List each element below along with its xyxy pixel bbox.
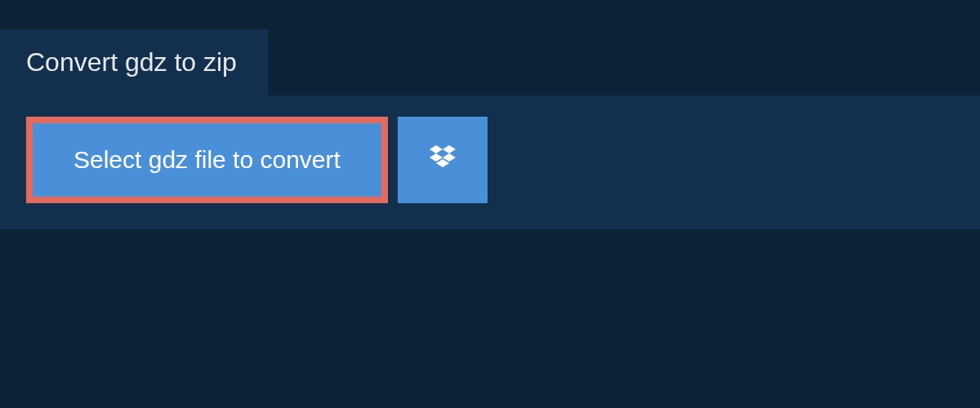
svg-marker-0 <box>430 145 443 153</box>
page-title: Convert gdz to zip <box>26 47 237 78</box>
select-file-button-label: Select gdz file to convert <box>74 146 341 174</box>
dropbox-icon <box>426 142 459 178</box>
svg-marker-1 <box>443 145 456 153</box>
convert-panel: Select gdz file to convert <box>0 95 980 229</box>
select-file-button[interactable]: Select gdz file to convert <box>26 117 388 203</box>
dropbox-button[interactable] <box>398 117 488 203</box>
header-tab: Convert gdz to zip <box>0 29 268 95</box>
svg-marker-2 <box>430 153 443 162</box>
svg-marker-4 <box>436 159 449 167</box>
svg-marker-3 <box>443 153 456 162</box>
